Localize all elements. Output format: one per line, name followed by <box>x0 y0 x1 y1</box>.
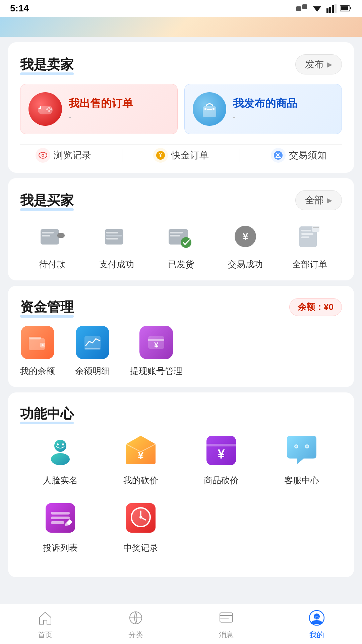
func-placeholder-4 <box>261 500 342 554</box>
prize-record-item[interactable]: 中奖记录 <box>101 500 181 554</box>
svg-rect-8 <box>350 7 351 9</box>
svg-point-59 <box>62 443 64 445</box>
svg-point-14 <box>50 108 52 110</box>
order-pending-payment[interactable]: 待付款 <box>20 220 84 270</box>
svg-rect-79 <box>220 613 233 622</box>
divider-2 <box>240 149 240 162</box>
svg-text:¥: ¥ <box>154 341 159 349</box>
my-balance-label: 我的余额 <box>20 365 55 377</box>
func-row-1: 人脸实名 ¥ <box>20 432 342 486</box>
svg-rect-17 <box>203 106 216 117</box>
status-icons <box>296 4 352 13</box>
quick-order-label: 快金订单 <box>171 149 209 162</box>
face-id-label: 人脸实名 <box>43 475 78 486</box>
svg-rect-38 <box>170 235 180 236</box>
svg-rect-44 <box>301 233 313 235</box>
my-balance-item[interactable]: 我的余额 <box>20 326 55 377</box>
top-banner <box>0 17 362 37</box>
customer-service-item[interactable]: 客服中心 <box>261 432 342 486</box>
status-time: 5:14 <box>10 3 29 14</box>
order-shipped[interactable]: 已发货 <box>149 220 213 270</box>
my-products-card[interactable]: 我发布的商品 - <box>184 84 342 134</box>
svg-rect-27 <box>41 229 59 245</box>
my-bargain-label: 我的砍价 <box>123 475 158 486</box>
all-orders-label: 全部订单 <box>292 259 327 270</box>
nav-home[interactable]: 首页 <box>0 608 90 640</box>
product-bargain-icon: ¥ <box>203 432 239 469</box>
withdraw-manage-item[interactable]: ¥ 提现账号管理 <box>130 326 182 377</box>
browse-history-label: 浏览记录 <box>54 149 91 162</box>
payment-success-icon <box>100 220 133 253</box>
withdraw-manage-label: 提现账号管理 <box>130 365 182 377</box>
order-all[interactable]: 全部订单 <box>278 220 342 270</box>
svg-rect-69 <box>51 517 70 519</box>
buyer-header: 我是买家 全部 <box>20 190 342 210</box>
fund-header: 资金管理 余额：¥0 <box>20 298 342 316</box>
shipped-label: 已发货 <box>168 259 194 270</box>
browse-history-link[interactable]: 浏览记录 <box>36 148 91 163</box>
home-icon <box>36 608 55 627</box>
product-bargain-item[interactable]: ¥ 商品砍价 <box>181 432 261 486</box>
category-label: 分类 <box>128 630 143 640</box>
publish-button[interactable]: 发布 <box>295 54 342 74</box>
svg-rect-5 <box>332 5 334 13</box>
svg-rect-18 <box>207 109 212 110</box>
browse-icon <box>36 148 50 163</box>
svg-rect-32 <box>105 229 123 245</box>
category-icon <box>126 608 145 627</box>
svg-rect-6 <box>335 4 337 13</box>
home-label: 首页 <box>38 630 53 640</box>
my-orders-sub: - <box>69 112 133 122</box>
order-payment-success[interactable]: 支付成功 <box>84 220 149 270</box>
svg-rect-33 <box>106 232 118 233</box>
svg-point-50 <box>42 344 44 346</box>
my-products-sub: - <box>233 112 297 122</box>
product-bargain-label: 商品砍价 <box>204 475 239 486</box>
my-bargain-item[interactable]: ¥ 我的砍价 <box>101 432 181 486</box>
trade-notice-link[interactable]: 交易须知 <box>271 148 326 163</box>
mine-label: 我的 <box>309 630 324 640</box>
mine-icon <box>307 608 326 627</box>
svg-point-56 <box>54 440 66 452</box>
svg-rect-70 <box>51 512 70 515</box>
func-center-header: 功能中心 <box>20 405 342 423</box>
svg-rect-48 <box>29 337 41 339</box>
svg-rect-43 <box>301 230 311 231</box>
all-orders-icon <box>293 220 326 253</box>
nav-message[interactable]: 消息 <box>181 608 272 640</box>
order-trade-success[interactable]: ¥ 交易成功 <box>213 220 278 270</box>
fund-section: 资金管理 余额：¥0 我的余额 <box>8 286 354 387</box>
svg-point-19 <box>204 108 206 110</box>
seller-title: 我是卖家 <box>20 55 74 74</box>
buyer-all-button[interactable]: 全部 <box>295 190 342 210</box>
balance-detail-item[interactable]: 余额明细 <box>75 326 110 377</box>
func-placeholder-3 <box>181 500 261 554</box>
func-center-section: 功能中心 <box>8 392 354 577</box>
my-orders-card[interactable]: 我出售的订单 - <box>20 84 178 134</box>
customer-service-label: 客服中心 <box>284 475 319 486</box>
complaint-list-item[interactable]: 投诉列表 <box>20 500 101 554</box>
quick-order-link[interactable]: ¥ 快金订单 <box>153 148 209 163</box>
face-id-item[interactable]: 人脸实名 <box>20 432 101 486</box>
my-orders-label: 我出售的订单 <box>69 96 133 111</box>
quick-order-icon: ¥ <box>153 148 168 163</box>
battery-icon <box>340 5 352 12</box>
customer-service-icon <box>284 432 320 469</box>
wifi-icon <box>311 4 323 13</box>
nav-category[interactable]: 分类 <box>90 608 181 640</box>
svg-rect-35 <box>106 238 118 239</box>
svg-point-85 <box>316 617 318 619</box>
svg-point-58 <box>57 443 59 445</box>
svg-rect-29 <box>42 235 50 236</box>
message-icon <box>217 608 236 627</box>
svg-rect-34 <box>106 235 122 236</box>
message-label: 消息 <box>219 630 234 640</box>
svg-rect-10 <box>38 106 53 114</box>
nav-mine[interactable]: 我的 <box>272 608 362 640</box>
status-bar: 5:14 <box>0 0 362 17</box>
trade-success-icon: ¥ <box>229 220 262 253</box>
svg-rect-37 <box>170 232 183 233</box>
complaint-list-label: 投诉列表 <box>43 542 78 554</box>
trade-success-label: 交易成功 <box>228 259 263 270</box>
balance-badge: 余额：¥0 <box>289 298 342 316</box>
